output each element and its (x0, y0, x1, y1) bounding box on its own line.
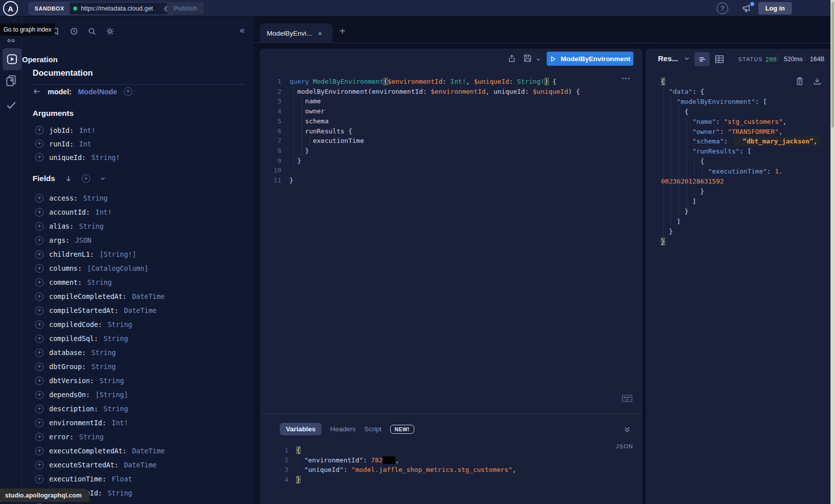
apollo-logo-icon[interactable]: A (3, 1, 18, 16)
field-row[interactable]: +database:String (22, 346, 253, 360)
add-field-icon[interactable]: + (35, 377, 44, 385)
field-row[interactable]: +dbtVersion:String (22, 374, 253, 388)
add-field-icon[interactable]: + (35, 419, 44, 427)
field-type: DateTime (132, 292, 164, 300)
add-field-icon[interactable]: + (35, 433, 44, 441)
line-number: 3 (275, 465, 288, 475)
response-dropdown-chevron-icon[interactable] (684, 55, 690, 62)
field-name: database: (49, 349, 86, 357)
field-name: executionTime: (49, 475, 106, 483)
add-fields-icon[interactable]: + (82, 175, 90, 183)
close-tab-icon[interactable]: × (318, 30, 322, 38)
add-tab-icon[interactable]: + (340, 26, 346, 37)
search-icon[interactable] (88, 27, 96, 36)
add-field-icon[interactable]: + (35, 278, 44, 287)
response-view-json-icon[interactable] (695, 52, 710, 66)
field-row[interactable]: +description:String (22, 402, 253, 416)
share-operation-icon[interactable] (508, 54, 516, 63)
response-title-row[interactable]: Res... (658, 54, 690, 63)
add-field-icon[interactable]: + (35, 334, 44, 343)
add-field-icon[interactable]: + (35, 391, 44, 399)
field-row[interactable]: +compileStartedAt:DateTime (22, 303, 253, 317)
add-field-icon[interactable]: + (35, 208, 44, 217)
field-type: String (104, 405, 128, 413)
code-line: 0023620128631592 (661, 177, 820, 187)
field-row[interactable]: +compiledSql:String (22, 331, 253, 346)
sidebar-item-explorer[interactable] (3, 48, 22, 70)
field-name: accountId: (49, 208, 90, 216)
settings-gear-icon[interactable] (106, 27, 114, 36)
add-field-icon[interactable]: + (35, 405, 44, 413)
tab-title: ModelByEnvi... (267, 30, 312, 37)
field-row[interactable]: +error:String (22, 430, 253, 444)
response-json-viewer[interactable]: { "data": { "modelByEnvironment": [ { "n… (661, 77, 820, 246)
field-row[interactable]: +access:String (22, 191, 253, 205)
add-field-icon[interactable]: + (35, 306, 44, 315)
save-options-chevron-icon[interactable] (536, 57, 541, 62)
field-row[interactable]: +runId:Int (22, 137, 253, 150)
field-type: DateTime (132, 447, 164, 455)
editor-overflow-menu-icon[interactable]: ••• (622, 75, 631, 81)
add-field-icon[interactable]: + (35, 250, 44, 259)
field-row[interactable]: +comment:String (22, 275, 253, 289)
publish-button[interactable]: Publish (167, 2, 204, 15)
sidebar-item-checks-icon[interactable] (0, 99, 22, 111)
field-row[interactable]: +executionTime:Float (22, 472, 253, 486)
add-field-icon[interactable]: + (35, 475, 44, 483)
field-row[interactable]: +compileCompletedAt:DateTime (22, 289, 253, 303)
add-field-icon[interactable]: + (35, 139, 44, 148)
scrollbar-thumb[interactable] (831, 2, 834, 127)
field-row[interactable]: +alias:String (22, 219, 253, 233)
tab-variables[interactable]: Variables (280, 423, 321, 435)
field-name: error: (49, 433, 74, 441)
tab-script[interactable]: Script (364, 425, 382, 433)
field-row[interactable]: +jobId:Int! (22, 123, 253, 137)
add-field-icon[interactable]: + (35, 126, 44, 134)
field-row[interactable]: +executeStartedAt:DateTime (22, 458, 253, 472)
back-arrow-icon[interactable] (33, 87, 41, 96)
field-row[interactable]: +accountId:Int! (22, 205, 253, 219)
endpoint-url-field[interactable]: https://metadata.cloud.get (70, 3, 174, 15)
sidebar-item-schema-icon[interactable] (0, 74, 22, 86)
field-row[interactable]: +childrenL1:[String!] (22, 247, 253, 261)
save-operation-icon[interactable] (523, 54, 532, 63)
add-field-icon[interactable]: + (35, 153, 44, 161)
add-field-icon[interactable]: + (35, 349, 44, 357)
field-row[interactable]: +compiledCode:String (22, 317, 253, 331)
add-field-icon[interactable]: + (35, 194, 44, 203)
collapse-variables-icon[interactable] (623, 426, 631, 433)
add-field-icon[interactable]: + (35, 264, 44, 273)
field-row[interactable]: +uniqueId:String! (22, 150, 253, 164)
breadcrumb-type-link[interactable]: ModelNode (78, 88, 117, 96)
add-field-icon[interactable]: + (35, 292, 44, 301)
response-view-table-icon[interactable] (714, 54, 725, 64)
field-row[interactable]: +environmentId:Int! (22, 416, 253, 430)
add-field-icon[interactable]: + (35, 447, 44, 455)
tab-headers[interactable]: Headers (330, 425, 356, 433)
graph-index-icon[interactable] (0, 37, 22, 43)
field-row[interactable]: +columns:[CatalogColumn] (22, 261, 253, 275)
help-icon[interactable]: ? (717, 3, 728, 14)
sort-fields-icon[interactable] (65, 175, 72, 183)
add-field-icon[interactable]: + (35, 222, 44, 231)
field-row[interactable]: +dbtGroup:String (22, 360, 253, 374)
endpoint-url-text[interactable]: https://metadata.cloud.get (81, 5, 159, 12)
graphql-query-editor[interactable]: 1query ModelByEnvironment($environmentId… (268, 77, 580, 186)
chevron-down-icon[interactable] (100, 176, 106, 182)
keyboard-shortcuts-icon[interactable] (622, 395, 632, 402)
add-field-icon[interactable]: + (35, 363, 44, 371)
field-name: compileCompletedAt: (49, 292, 126, 300)
add-field-icon[interactable]: + (35, 236, 44, 245)
field-row[interactable]: +executeCompletedAt:DateTime (22, 444, 253, 458)
history-icon[interactable] (70, 27, 78, 36)
field-row[interactable]: +args:JSON (22, 233, 253, 247)
add-all-fields-icon[interactable]: + (124, 87, 132, 96)
run-operation-button[interactable]: ModelByEnvironment (547, 52, 633, 66)
add-field-icon[interactable]: + (35, 461, 44, 469)
tab-modelbyenvironment[interactable]: ModelByEnvi... × (260, 24, 332, 43)
variables-json-editor[interactable]: 1{2 "environmentId": 782,3 "uniqueId": "… (275, 445, 516, 485)
field-row[interactable]: +dependsOn:[String] (22, 388, 253, 402)
collapse-panel-icon[interactable]: « (240, 25, 245, 36)
login-button[interactable]: Log in (758, 2, 792, 15)
add-field-icon[interactable]: + (35, 320, 44, 329)
